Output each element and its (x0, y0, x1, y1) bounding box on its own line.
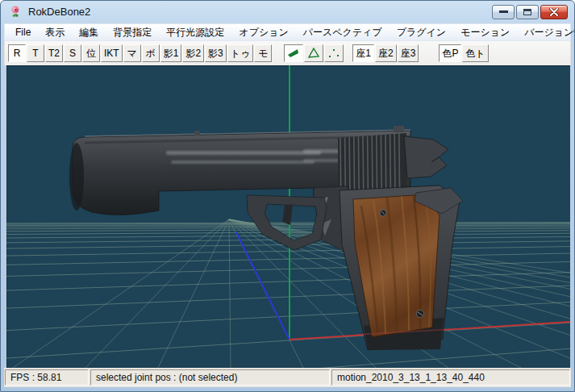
menu-item-motion[interactable]: モーション (453, 23, 517, 42)
menu-item-parallel-light[interactable]: 平行光源設定 (159, 23, 231, 42)
minimize-icon (499, 10, 508, 13)
menu-item-perspective[interactable]: パースペクティブ (296, 23, 390, 42)
hammer (404, 136, 448, 178)
viewport-3d[interactable] (6, 65, 570, 368)
toolbar-button-vertex-dots[interactable] (324, 44, 344, 62)
window-title: RokDeBone2 (28, 6, 90, 18)
toolbar-button-mo[interactable]: モ (254, 44, 272, 62)
toolbar-button-s[interactable]: S (64, 44, 81, 62)
app-window: RokDeBone2 File 表示 編集 背景指定 平行光源設定 オプション … (0, 0, 575, 392)
app-flower-icon (9, 5, 23, 19)
toolbar-button-solid-triangle[interactable] (284, 44, 303, 62)
toolbar-button-t[interactable]: T (27, 44, 44, 62)
titlebar[interactable]: RokDeBone2 (1, 1, 574, 23)
menu-item-display[interactable]: 表示 (38, 23, 72, 42)
joint-pos-panel: selected joint pos : (not selected) (90, 369, 330, 386)
toolbar-button-color-t[interactable]: 色ト (462, 44, 488, 62)
toolbar-button-toon[interactable]: トゥ (227, 44, 254, 62)
menu-item-options[interactable]: オプション (231, 23, 295, 42)
maximize-icon (523, 9, 531, 15)
menu-item-version[interactable]: バージョン情報 (517, 23, 575, 42)
rear-sight (394, 126, 404, 132)
solid-triangle-icon (287, 48, 300, 59)
close-icon (549, 8, 559, 16)
menu-item-edit[interactable]: 編集 (72, 23, 106, 42)
close-button[interactable] (540, 5, 568, 19)
muzzle-shadow (69, 143, 84, 211)
toolbar-button-color-p[interactable]: 色P (439, 44, 461, 62)
toolbar-button-coord1[interactable]: 座1 (352, 44, 374, 62)
front-sight (194, 131, 200, 136)
vertex-dots-icon (327, 48, 340, 59)
toolbar-button-coord3[interactable]: 座3 (398, 44, 419, 62)
menu-item-file[interactable]: File (8, 24, 38, 40)
toolbar-button-shadow1[interactable]: 影1 (160, 44, 182, 62)
outline-triangle-icon (307, 48, 320, 59)
toolbar-button-pos[interactable]: 位 (82, 44, 100, 62)
menubar: File 表示 編集 背景指定 平行光源設定 オプション パースペクティブ プラ… (4, 23, 571, 41)
toolbar-button-outline-triangle[interactable] (304, 44, 323, 62)
toolbar-button-ikt[interactable]: IKT (101, 44, 123, 62)
toolbar-button-t2[interactable]: T2 (45, 44, 63, 62)
trigger (282, 204, 293, 225)
menu-item-plugin[interactable]: プラグイン (390, 23, 453, 42)
toolbar-button-coord2[interactable]: 座2 (375, 44, 397, 62)
toolbar-button-bo[interactable]: ボ (142, 44, 160, 62)
toolbar-button-shadow2[interactable]: 影2 (182, 44, 204, 62)
motion-name-panel: motion_2010_3_13_1_13_40_440 (331, 369, 570, 386)
menu-item-background[interactable]: 背景指定 (106, 23, 159, 42)
maximize-button[interactable] (516, 5, 539, 19)
toolbar-button-ma[interactable]: マ (123, 44, 141, 62)
z-axis-line (236, 232, 290, 340)
statusbar: FPS : 58.81 selected joint pos : (not se… (4, 368, 571, 387)
toolbar: R T T2 S 位 IKT マ ボ 影1 影2 影3 トゥ モ (4, 41, 571, 65)
minimize-button[interactable] (492, 5, 515, 19)
toolbar-button-r[interactable]: R (8, 44, 26, 62)
toolbar-button-shadow3[interactable]: 影3 (205, 44, 227, 62)
fps-panel: FPS : 58.81 (5, 369, 89, 386)
